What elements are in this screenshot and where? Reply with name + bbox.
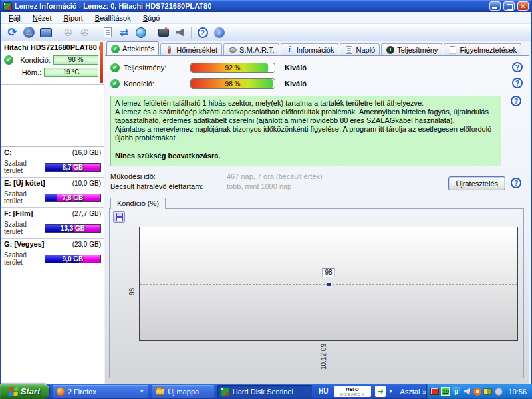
window-title: Lemez Információ - Lemez: 0, Hitachi HDS… — [15, 2, 487, 10]
tray-card-icon[interactable] — [483, 387, 492, 396]
disk-temperature-label: Hőm.: — [13, 68, 41, 76]
tab-performance[interactable]: Teljesítmény — [381, 43, 442, 55]
help-icon[interactable]: ? — [512, 78, 523, 88]
toolbar: ⟳ ⚠ ✇ ✇ ⇄ ? i — [1, 24, 531, 41]
task-label: 2 Firefox — [68, 388, 96, 396]
menu-help[interactable]: Súgó — [137, 13, 166, 23]
chart-y-tick: 98 — [128, 288, 136, 295]
taskbar-button-folder[interactable]: Új mappa — [152, 385, 214, 398]
tab-temperature[interactable]: Hőmérséklet — [160, 43, 222, 55]
tab-log[interactable]: Napló — [340, 43, 380, 55]
toolbar-separator — [96, 27, 96, 39]
help-icon[interactable]: ? — [194, 25, 211, 40]
tray-utorrent-icon[interactable]: µ — [452, 387, 460, 396]
drive-item-e[interactable]: E: [Új kötet](10,0 GB) Szabad terület 7,… — [1, 178, 104, 208]
detect-disk-icon[interactable]: ✇ — [60, 25, 76, 40]
log-icon — [344, 45, 353, 54]
tray-temperature-badge[interactable]: 19 — [441, 387, 450, 396]
titlebar[interactable]: Lemez Információ - Lemez: 0, Hitachi HDS… — [1, 0, 531, 12]
alerts-icon[interactable]: ⚠ — [21, 25, 37, 40]
windows-logo-icon — [9, 387, 18, 396]
free-space-label: Szabad terület — [4, 221, 45, 235]
condition-rating: Kiváló — [285, 80, 307, 88]
nero-sublabel: @SEARCH — [340, 392, 365, 397]
computer-settings-icon[interactable] — [155, 25, 172, 40]
taskbar-button-firefox[interactable]: 2 Firefox ▼ — [53, 385, 148, 398]
tab-label: Hőmérséklet — [176, 46, 217, 54]
chart-data-point[interactable] — [327, 283, 331, 286]
chart-point-label: 98 — [322, 268, 334, 277]
drive-usage-bar: 13,3 GB — [45, 224, 101, 233]
start-button[interactable]: Start — [0, 384, 49, 399]
tab-alerts[interactable]: Figyelmeztetések — [444, 43, 521, 55]
taskbar-button-hdsentinel[interactable]: Hard Disk Sentinel — [217, 385, 312, 398]
drive-size: (27,7 GB) — [72, 210, 101, 217]
tab-smart[interactable]: S.M.A.R.T. — [223, 43, 279, 55]
gauge-icon — [386, 45, 394, 54]
condition-gauge: 98 % — [190, 78, 275, 89]
disk-icon — [228, 45, 237, 54]
remove-disk-icon[interactable]: ✇ — [76, 25, 93, 40]
menu-report[interactable]: Riport — [58, 13, 89, 23]
tray-monitor-icon[interactable] — [430, 388, 439, 395]
info-icon: i — [285, 45, 294, 54]
power-on-value: 467 nap, 7 óra (becsült érték) — [227, 172, 323, 180]
drive-item-f[interactable]: F: [Film](27,7 GB) Szabad terület 13,3 G… — [1, 208, 104, 239]
help-icon[interactable]: ? — [511, 96, 521, 106]
save-chart-button[interactable] — [113, 211, 125, 223]
drive-size: (10,0 GB) — [72, 180, 101, 187]
tab-information[interactable]: iInformációk — [281, 43, 339, 55]
sync-icon[interactable]: ⇄ — [116, 25, 132, 40]
menu-settings[interactable]: Beállítások — [89, 13, 137, 23]
chart-tab-condition[interactable]: Kondíció (%) — [110, 198, 166, 209]
disk-condition-label: Kondíció: — [13, 56, 51, 64]
tab-label: Figyelmeztetések — [460, 46, 517, 54]
disk-summary-panel[interactable]: Hitachi HDS721680PLAT80 ( ✔ Kondíció: 98… — [1, 41, 104, 85]
status-text-box: A lemez felületén található 1 hibás szek… — [110, 96, 501, 166]
help-icon[interactable]: ? — [511, 178, 521, 188]
tab-label: S.M.A.R.T. — [239, 46, 275, 54]
quick-launch-arrow-icon[interactable]: ➜ — [375, 386, 386, 397]
lifetime-label: Becsült hátralévő élettartam: — [110, 182, 227, 190]
drive-letter: G: [Vegyes] — [4, 240, 45, 248]
network-icon[interactable] — [132, 25, 149, 40]
chart-plot-area: 98 98 10.12.09 — [139, 227, 518, 341]
minimize-button[interactable] — [489, 1, 501, 11]
desktop-label: Asztal — [400, 388, 420, 396]
tray-clock-app-icon[interactable] — [494, 387, 503, 396]
chevron-down-icon[interactable]: ▼ — [388, 388, 393, 394]
drive-item-c[interactable]: C:(16,0 GB) Szabad terület 8,7 GB — [1, 147, 104, 178]
chart-panel: 98 98 10.12.09 — [109, 208, 524, 378]
taskbar-clock[interactable]: 10:56 — [508, 388, 527, 396]
sound-icon[interactable] — [172, 25, 188, 40]
task-label: Új mappa — [168, 388, 199, 396]
close-button[interactable] — [517, 1, 529, 11]
info-icon[interactable]: i — [211, 25, 227, 40]
page-icon — [448, 45, 457, 54]
sidebar: Hitachi HDS721680PLAT80 ( ✔ Kondíció: 98… — [1, 41, 104, 384]
power-on-label: Működési idő: — [110, 172, 227, 180]
restore-button[interactable] — [503, 1, 515, 11]
tab-label: Információk — [297, 46, 334, 54]
toolbar-separator — [57, 27, 57, 39]
free-space-label: Szabad terület — [4, 190, 45, 205]
drive-letter: E: [Új kötet] — [4, 179, 45, 187]
refresh-icon[interactable]: ⟳ — [4, 25, 21, 40]
desktop-toolbar[interactable]: Asztal » — [400, 388, 426, 396]
drive-item-g[interactable]: G: [Vegyes](23,0 GB) Szabad terület 9,0 … — [1, 239, 104, 269]
nero-search-box[interactable]: nero @SEARCH — [334, 386, 371, 397]
status-line: A lemez felületén található 1 hibás szek… — [115, 99, 497, 108]
tab-overview[interactable]: ✔Áttekintés — [106, 41, 159, 55]
report-icon[interactable] — [99, 25, 116, 40]
menu-view[interactable]: Nézet — [27, 13, 58, 23]
tray-app-icon[interactable] — [473, 387, 481, 396]
performance-gauge: 92 % — [190, 63, 275, 73]
language-indicator[interactable]: HU — [319, 388, 328, 395]
toolbar-separator — [152, 27, 152, 39]
menu-file[interactable]: Fájl — [3, 13, 27, 23]
retest-button[interactable]: Újratesztelés — [448, 176, 505, 190]
tray-volume-muted-icon[interactable] — [462, 387, 471, 396]
help-icon[interactable]: ? — [512, 62, 523, 72]
menubar: Fájl Nézet Riport Beállítások Súgó — [1, 12, 531, 24]
disk-display-icon[interactable] — [37, 25, 54, 40]
